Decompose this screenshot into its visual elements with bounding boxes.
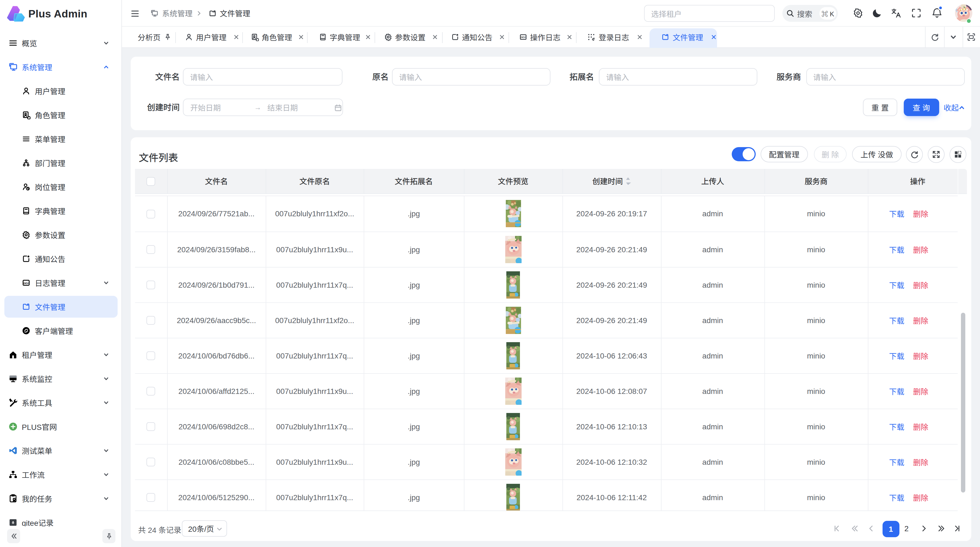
svg-text:DEV: DEV <box>24 282 29 285</box>
svg-text:DEV: DEV <box>520 36 525 39</box>
